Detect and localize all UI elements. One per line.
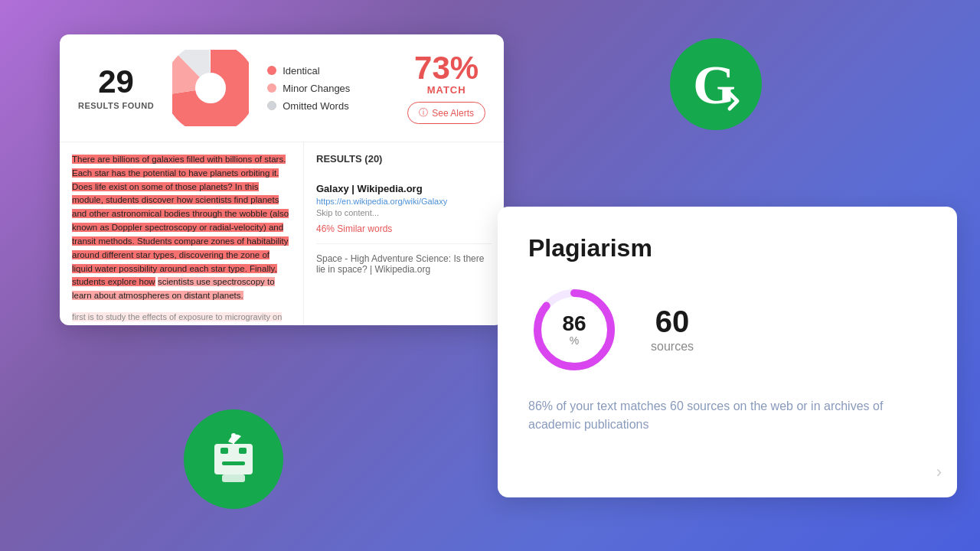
result-1-title: Galaxy | Wikipedia.org [316, 183, 492, 194]
minor-dot [267, 83, 276, 93]
match-label: MATCH [407, 84, 485, 96]
result-1-skip: Skip to content... [316, 208, 492, 217]
robot-svg [199, 425, 268, 494]
minor-label: Minor Changes [283, 83, 350, 94]
grammarly-g-icon: G [685, 54, 746, 115]
results-header: RESULTS (20) [316, 153, 492, 165]
results-label: RESULTS FOUND [78, 101, 154, 110]
legend-omitted: Omitted Words [267, 100, 350, 112]
result-1-url[interactable]: https://en.wikipedia.org/wiki/Galaxy [316, 197, 492, 206]
donut-chart: 86 % [528, 284, 620, 376]
card-bottom-section: There are billions of galaxies filled wi… [60, 142, 504, 325]
plagiarism-title: Plagiarism [528, 234, 926, 262]
result-item-1: Galaxy | Wikipedia.org https://en.wikipe… [316, 174, 492, 244]
plagiarism-stats: 86 % 60 sources [528, 284, 926, 376]
result-2-title: Space - High Adventure Science: Is there… [316, 253, 492, 275]
match-box: 73% MATCH ⓘ See Alerts [407, 52, 485, 124]
legend: Identical Minor Changes Omitted Words [267, 65, 350, 112]
omitted-dot [267, 101, 276, 110]
plagiarism-card: Plagiarism 86 % 60 sources 86% of your t… [498, 207, 957, 497]
identical-label: Identical [283, 65, 319, 77]
legend-identical: Identical [267, 65, 350, 77]
results-number: 29 [78, 66, 154, 98]
donut-percent: 86 [562, 313, 586, 334]
plagiarism-description: 86% of your text matches 60 sources on t… [528, 397, 896, 434]
grammarly-logo: G [670, 38, 762, 130]
see-alerts-label: See Alerts [432, 108, 474, 119]
results-count-block: 29 RESULTS FOUND [78, 66, 154, 110]
result-1-similarity: 46% Similar words [316, 223, 492, 234]
body-text-1: There are billions of galaxies filled wi… [72, 153, 291, 303]
donut-unit: % [562, 334, 586, 347]
svg-rect-10 [222, 474, 245, 482]
results-panel: RESULTS (20) Galaxy | Wikipedia.org http… [304, 142, 504, 325]
sources-box: 60 sources [651, 306, 694, 354]
result-item-2: Space - High Adventure Science: Is there… [316, 244, 492, 284]
svg-text:G: G [693, 54, 736, 115]
svg-rect-4 [214, 444, 253, 474]
body-text-2: first is to study the effects of exposur… [72, 311, 291, 325]
sources-label: sources [651, 340, 694, 354]
svg-rect-5 [220, 448, 228, 454]
donut-center: 86 % [562, 313, 586, 347]
svg-rect-7 [222, 461, 245, 465]
chevron-right-icon[interactable]: › [936, 462, 942, 482]
highlight-light: first is to study the effects of exposur… [72, 312, 283, 325]
text-panel: There are billions of galaxies filled wi… [60, 142, 304, 325]
card-top-section: 29 RESULTS FOUND Identical Minor Change [60, 34, 504, 142]
legend-minor: Minor Changes [267, 83, 350, 94]
robot-logo [184, 409, 283, 509]
omitted-label: Omitted Words [283, 100, 348, 112]
match-percent: 73% [407, 52, 485, 84]
highlight-identical: There are billions of galaxies filled wi… [72, 155, 289, 286]
sources-number: 60 [651, 306, 694, 337]
identical-dot [267, 66, 276, 75]
info-icon: ⓘ [419, 106, 428, 119]
see-alerts-button[interactable]: ⓘ See Alerts [407, 102, 485, 124]
svg-rect-6 [239, 448, 247, 454]
pie-chart [172, 50, 249, 126]
turnitin-card: 29 RESULTS FOUND Identical Minor Change [60, 34, 504, 325]
